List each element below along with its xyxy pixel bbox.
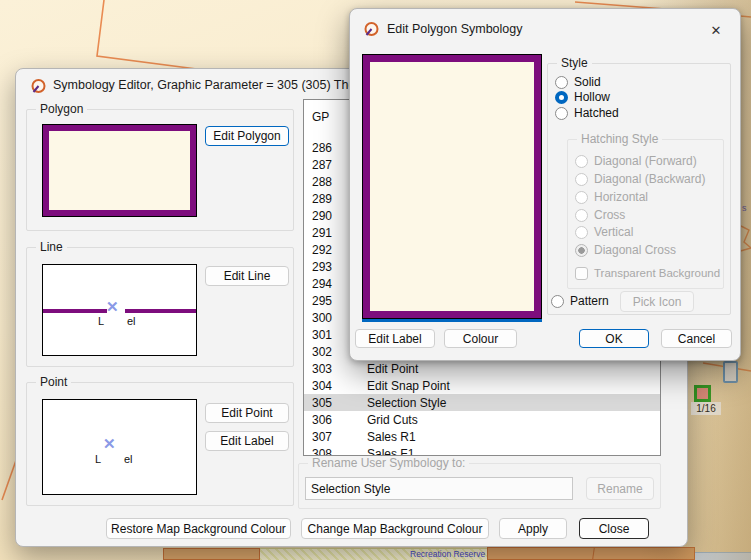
line-label-right: el	[127, 315, 136, 327]
radio-icon	[575, 209, 588, 222]
line-x-marker-icon: ✕	[106, 299, 119, 314]
hatching-style-group: Hatching Style Diagonal (Forward) Diagon…	[567, 139, 724, 289]
dialog-title: Edit Polygon Symbology	[387, 22, 687, 36]
radio-label: Hollow	[574, 90, 610, 104]
radio-icon	[575, 226, 588, 239]
line-group: Line ✕ L el Edit Line	[26, 247, 294, 367]
radio-diagonal-backward: Diagonal (Backward)	[575, 172, 705, 186]
radio-hatched[interactable]: Hatched	[555, 106, 619, 120]
radio-label: Pattern	[570, 294, 609, 308]
cancel-button[interactable]: Cancel	[661, 329, 732, 348]
radio-label: Diagonal Cross	[594, 243, 676, 257]
checkbox-label: Transparent Background	[594, 267, 720, 279]
radio-solid[interactable]: Solid	[555, 75, 601, 89]
rename-input[interactable]	[305, 477, 573, 500]
list-item[interactable]: 308Sales F1	[304, 445, 660, 456]
apply-button[interactable]: Apply	[499, 518, 567, 539]
map-label-recreation-reserve: Recreation Reserve	[410, 549, 485, 559]
radio-label: Vertical	[594, 225, 633, 239]
line-label-left: L	[98, 315, 104, 327]
style-group: Style Solid Hollow Hatched Hatching Styl…	[547, 63, 731, 315]
checkbox-icon	[575, 267, 588, 280]
gp-column-header: GP	[312, 110, 329, 124]
colour-button[interactable]: Colour	[444, 329, 517, 348]
polygon-preview-border	[43, 125, 196, 216]
point-x-marker-icon: ✕	[103, 436, 116, 451]
rename-group-label: Rename User Symbology to:	[308, 456, 469, 470]
map-parcel-orange-left	[163, 548, 260, 560]
pick-icon-button[interactable]: Pick Icon	[620, 291, 694, 312]
point-group: Point ✕ L el Edit Point Edit Label	[26, 382, 294, 506]
list-item-selected[interactable]: 305Selection Style	[304, 394, 660, 411]
app-logo-icon	[30, 78, 47, 95]
polygon-group-label: Polygon	[36, 102, 87, 116]
dialog-edit-polygon-symbology: Edit Polygon Symbology ✕ Style Solid Hol…	[349, 8, 741, 361]
radio-icon[interactable]	[551, 295, 564, 308]
radio-selected-icon[interactable]	[555, 91, 568, 104]
close-icon[interactable]: ✕	[704, 18, 728, 42]
checkbox-transparent-background: Transparent Background	[575, 266, 720, 280]
radio-label: Hatched	[574, 106, 619, 120]
radio-icon[interactable]	[555, 107, 568, 120]
list-item[interactable]: 303Edit Point	[304, 360, 660, 377]
line-group-label: Line	[36, 240, 67, 254]
radio-pattern[interactable]: Pattern	[551, 294, 609, 308]
radio-diagonal-cross: Diagonal Cross	[575, 243, 676, 257]
style-group-label: Style	[557, 56, 592, 70]
radio-label: Cross	[594, 208, 625, 222]
restore-map-background-colour-button[interactable]: Restore Map Background Colour	[106, 518, 291, 539]
line-symbol-left	[43, 309, 107, 313]
preview-focus-underline	[362, 319, 542, 322]
list-item[interactable]: 304Edit Snap Point	[304, 377, 660, 394]
point-preview: ✕ L el	[42, 399, 197, 495]
rename-button[interactable]: Rename	[586, 477, 654, 500]
radio-vertical: Vertical	[575, 225, 633, 239]
edit-label-button-back[interactable]: Edit Label	[205, 431, 289, 451]
radio-horizontal: Horizontal	[575, 190, 648, 204]
radio-diagonal-forward: Diagonal (Forward)	[575, 154, 697, 168]
polygon-symbology-preview	[362, 54, 542, 319]
radio-cross: Cross	[575, 208, 625, 222]
point-group-label: Point	[36, 375, 71, 389]
radio-label: Diagonal (Backward)	[594, 172, 705, 186]
polygon-symbology-preview-border	[363, 55, 541, 318]
ok-button[interactable]: OK	[579, 329, 649, 348]
list-item[interactable]: 306Grid Cuts	[304, 411, 660, 428]
radio-icon[interactable]	[555, 76, 568, 89]
list-item[interactable]: 307Sales R1	[304, 428, 660, 445]
radio-selected-disabled-icon	[575, 244, 588, 257]
polygon-group: Polygon Edit Polygon	[26, 109, 294, 231]
edit-label-button[interactable]: Edit Label	[355, 329, 435, 348]
edit-point-button[interactable]: Edit Point	[205, 403, 289, 423]
change-map-background-colour-button[interactable]: Change Map Background Colour	[301, 518, 489, 539]
radio-label: Horizontal	[594, 190, 648, 204]
hatching-style-group-label: Hatching Style	[577, 132, 662, 146]
radio-icon	[575, 191, 588, 204]
radio-label: Diagonal (Forward)	[594, 154, 697, 168]
point-label-left: L	[95, 453, 101, 465]
line-preview: ✕ L el	[42, 264, 197, 356]
rename-group: Rename User Symbology to: Rename	[298, 463, 661, 509]
close-button[interactable]: Close	[579, 518, 649, 539]
radio-label: Solid	[574, 75, 601, 89]
radio-hollow[interactable]: Hollow	[555, 90, 610, 104]
radio-icon	[575, 173, 588, 186]
edit-line-button[interactable]: Edit Line	[205, 266, 289, 286]
polygon-preview	[42, 124, 197, 217]
app-logo-icon	[363, 21, 380, 38]
radio-icon	[575, 155, 588, 168]
point-label-right: el	[124, 453, 133, 465]
edit-polygon-button[interactable]: Edit Polygon	[205, 126, 289, 146]
line-symbol-right	[125, 309, 197, 313]
